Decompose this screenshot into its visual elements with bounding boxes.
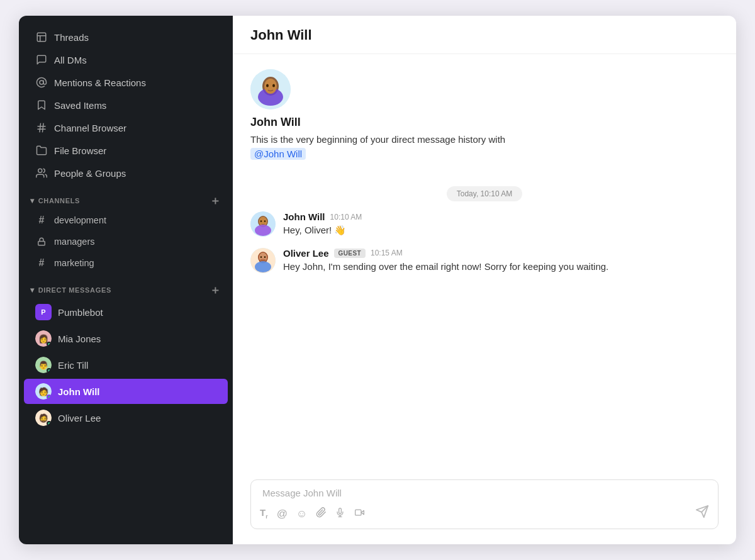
msg-name-oliver: Oliver Lee	[283, 248, 329, 259]
attach-button[interactable]	[316, 507, 327, 520]
dm-item-pumblebot[interactable]: P Pumblebot	[24, 300, 228, 325]
chat-input-area: Message John Will Tr @ ☺	[233, 469, 736, 544]
add-channel-button[interactable]: ＋	[209, 194, 221, 207]
people-groups-label: People & Groups	[54, 168, 126, 179]
svg-point-8	[38, 169, 42, 172]
dm-item-oliver-lee[interactable]: 🧔 Oliver Lee	[24, 405, 228, 430]
channel-development-label: development	[54, 215, 106, 225]
timestamp-pill: Today, 10:10 AM	[447, 186, 523, 201]
channel-browser-icon	[35, 121, 48, 134]
msg-header-john: John Will 10:10 AM	[283, 211, 719, 222]
svg-point-15	[272, 84, 275, 87]
svg-point-19	[260, 220, 262, 222]
dm-eric-label: Eric Till	[58, 360, 88, 371]
threads-icon	[35, 31, 48, 43]
timestamp-divider: Today, 10:10 AM	[250, 186, 719, 201]
hash-icon-marketing: #	[35, 257, 48, 269]
msg-text-john: Hey, Oliver! 👋	[283, 223, 719, 238]
send-button[interactable]	[695, 505, 709, 522]
msg-content-oliver: Oliver Lee GUEST 10:15 AM Hey John, I'm …	[283, 248, 719, 274]
avatar-mia-jones: 👩	[35, 330, 52, 347]
sidebar: Threads All DMs Mentions & Reactions	[19, 16, 233, 544]
chat-input-placeholder[interactable]: Message John Will	[260, 488, 709, 498]
dm-intro-mention: @John Will	[250, 148, 306, 160]
message-row-oliver: Oliver Lee GUEST 10:15 AM Hey John, I'm …	[250, 248, 719, 274]
channel-marketing-label: marketing	[54, 258, 94, 268]
svg-marker-31	[361, 510, 364, 514]
lock-icon-managers	[35, 235, 48, 248]
guest-badge: GUEST	[334, 249, 366, 258]
dm-pumblebot-label: Pumblebot	[58, 307, 103, 318]
msg-name-john: John Will	[283, 211, 325, 222]
msg-header-oliver: Oliver Lee GUEST 10:15 AM	[283, 248, 719, 259]
channels-section-header: ▾ CHANNELS ＋	[19, 188, 233, 210]
msg-time-john: 10:10 AM	[330, 213, 362, 221]
channel-item-managers[interactable]: managers	[24, 232, 228, 252]
avatar-eric-till: 👨	[35, 357, 52, 373]
channels-collapse-icon[interactable]: ▾	[30, 196, 35, 205]
people-groups-icon	[35, 167, 48, 179]
dm-intro-text: This is the very beginning of your direc…	[250, 133, 719, 161]
add-dm-button[interactable]: ＋	[209, 284, 221, 296]
sidebar-item-saved[interactable]: Saved Items	[24, 94, 228, 116]
sidebar-item-threads[interactable]: Threads	[24, 26, 228, 48]
dm-intro-name: John Will	[250, 116, 719, 129]
chat-input-toolbar: Tr @ ☺	[260, 505, 709, 522]
svg-point-14	[266, 84, 269, 87]
svg-line-6	[40, 123, 41, 132]
dm-intro-avatar	[250, 69, 291, 109]
chat-input-box: Message John Will Tr @ ☺	[250, 479, 719, 529]
format-text-button[interactable]: Tr	[260, 508, 268, 520]
svg-line-7	[43, 123, 44, 132]
all-dms-label: All DMs	[54, 55, 87, 65]
file-browser-icon	[35, 144, 48, 157]
msg-time-oliver: 10:15 AM	[371, 249, 403, 257]
channel-item-marketing[interactable]: # marketing	[24, 253, 228, 273]
dm-item-mia-jones[interactable]: 👩 Mia Jones	[24, 326, 228, 351]
msg-content-john: John Will 10:10 AM Hey, Oliver! 👋	[283, 211, 719, 238]
dm-mia-label: Mia Jones	[58, 333, 101, 344]
mentions-label: Mentions & Reactions	[54, 77, 146, 88]
chat-body: John Will This is the very beginning of …	[233, 54, 736, 469]
sidebar-item-all-dms[interactable]: All DMs	[24, 49, 228, 70]
dm-oliver-label: Oliver Lee	[58, 413, 101, 423]
mention-button[interactable]: @	[277, 508, 288, 519]
dm-header-label: DIRECT MESSAGES	[38, 286, 111, 294]
all-dms-icon	[35, 53, 48, 66]
svg-rect-0	[37, 33, 46, 42]
dm-section-header: ▾ DIRECT MESSAGES ＋	[19, 277, 233, 299]
dm-collapse-icon[interactable]: ▾	[30, 286, 35, 294]
sidebar-item-channel-browser[interactable]: Channel Browser	[24, 117, 228, 138]
sidebar-item-file-browser[interactable]: File Browser	[24, 140, 228, 161]
svg-rect-9	[38, 241, 45, 245]
message-row-john: John Will 10:10 AM Hey, Oliver! 👋	[250, 211, 719, 238]
svg-point-28	[255, 261, 271, 272]
sidebar-item-people-groups[interactable]: People & Groups	[24, 162, 228, 184]
msg-text-oliver: Hey John, I'm sending over the email rig…	[283, 260, 719, 274]
channels-header-label: CHANNELS	[38, 197, 80, 204]
svg-point-3	[40, 81, 43, 84]
app-container: Threads All DMs Mentions & Reactions	[19, 16, 736, 544]
svg-point-25	[260, 256, 262, 258]
hash-icon-development: #	[35, 214, 48, 227]
svg-point-13	[264, 79, 277, 94]
sidebar-item-mentions[interactable]: Mentions & Reactions	[24, 72, 228, 93]
chat-header-name: John Will	[250, 27, 312, 43]
dm-history-intro: John Will This is the very beginning of …	[250, 69, 719, 161]
chat-header: John Will	[233, 16, 736, 54]
dm-item-john-will[interactable]: 🧑 John Will	[24, 379, 228, 404]
svg-rect-32	[355, 510, 361, 515]
video-button[interactable]	[354, 508, 366, 519]
channel-item-development[interactable]: # development	[24, 210, 228, 230]
svg-point-26	[264, 256, 266, 258]
file-browser-label: File Browser	[54, 145, 106, 156]
dm-item-eric-till[interactable]: 👨 Eric Till	[24, 352, 228, 378]
toolbar-icons: Tr @ ☺	[260, 507, 366, 520]
dm-john-label: John Will	[58, 386, 100, 397]
channel-browser-label: Channel Browser	[54, 123, 126, 133]
msg-avatar-oliver	[250, 248, 276, 273]
emoji-button[interactable]: ☺	[296, 508, 307, 519]
avatar-pumblebot: P	[35, 304, 52, 320]
svg-point-21	[255, 225, 271, 236]
audio-button[interactable]	[335, 507, 345, 520]
